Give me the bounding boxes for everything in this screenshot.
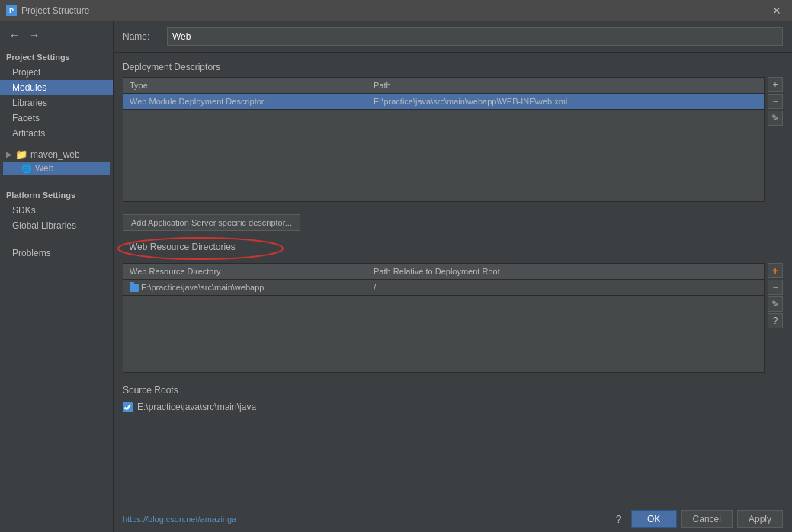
wr-remove-button[interactable]: −	[768, 280, 783, 295]
sidebar-nav: ← →	[0, 24, 113, 46]
table-row[interactable]: Web Module Deployment Descriptor E:\prac…	[123, 94, 764, 110]
web-resource-table-header: Web Resource Directory Path Relative to …	[123, 264, 764, 280]
panel-content: Deployment Descriptors Type Path Web Mod…	[114, 53, 792, 505]
deployment-table: Type Path Web Module Deployment Descript…	[123, 77, 765, 202]
sidebar-item-problems[interactable]: Problems	[0, 245, 113, 261]
wrd-cell: E:\practice\java\src\main\webapp	[123, 280, 367, 295]
web-icon: 🌐	[21, 164, 32, 174]
sidebar-item-artifacts[interactable]: Artifacts	[0, 126, 113, 141]
prdr-column-header: Path Relative to Deployment Root	[367, 264, 764, 279]
wrd-column-header: Web Resource Directory	[123, 264, 367, 279]
web-resource-table: Web Resource Directory Path Relative to …	[123, 263, 765, 373]
deployment-remove-button[interactable]: −	[768, 94, 783, 109]
web-resource-empty	[123, 296, 764, 372]
path-column-header: Path	[367, 78, 764, 93]
tree-item-web-label: Web	[35, 163, 53, 174]
sidebar-item-project[interactable]: Project	[0, 65, 113, 80]
module-tree: ▶ 📁 maven_web 🌐 Web	[0, 147, 113, 175]
forward-button[interactable]: →	[26, 27, 43, 43]
web-resource-side-buttons: + − ✎ ?	[768, 263, 783, 379]
svg-point-0	[118, 238, 283, 259]
cancel-button[interactable]: Cancel	[681, 510, 733, 528]
wr-add-button[interactable]: +	[768, 263, 783, 278]
name-input[interactable]	[167, 27, 783, 46]
name-row: Name:	[114, 21, 792, 53]
deployment-path-cell: E:\practice\java\src\main\webapp\WEB-INF…	[367, 94, 764, 109]
sidebar-item-global-libraries[interactable]: Global Libraries	[0, 218, 113, 233]
url-bar: https://blog.csdn.net/amazinga	[123, 514, 236, 524]
right-panel: Name: Deployment Descriptors Type Path W…	[114, 21, 792, 532]
back-button[interactable]: ←	[6, 27, 23, 43]
title-bar: P Project Structure ✕	[0, 0, 792, 21]
project-settings-header: Project Settings	[0, 50, 113, 65]
deployment-edit-button[interactable]: ✎	[768, 111, 783, 126]
source-root-checkbox[interactable]	[123, 402, 133, 412]
deployment-add-button[interactable]: +	[768, 77, 783, 92]
ok-button[interactable]: OK	[631, 510, 677, 528]
main-content: ← → Project Settings Project Modules Lib…	[0, 21, 792, 532]
sidebar-item-libraries[interactable]: Libraries	[0, 95, 113, 111]
web-resource-table-section: Web Resource Directory Path Relative to …	[123, 263, 783, 379]
source-root-path: E:\practice\java\src\main\java	[137, 402, 256, 412]
sidebar: ← → Project Settings Project Modules Lib…	[0, 21, 114, 532]
deployment-table-empty	[123, 110, 764, 201]
sidebar-item-sdks[interactable]: SDKs	[0, 203, 113, 218]
help-button[interactable]: ?	[611, 511, 627, 527]
type-column-header: Type	[123, 78, 367, 93]
tree-arrow: ▶	[6, 150, 12, 159]
deployment-table-header: Type Path	[123, 78, 764, 94]
deployment-type-cell: Web Module Deployment Descriptor	[123, 94, 367, 109]
web-resource-label-container: Web Resource Directories	[123, 240, 242, 258]
close-button[interactable]: ✕	[768, 3, 786, 18]
wr-help-button[interactable]: ?	[768, 313, 783, 328]
title-bar-left: P Project Structure	[6, 5, 89, 16]
prdr-cell: /	[367, 280, 764, 295]
source-roots-title: Source Roots	[123, 385, 783, 396]
highlight-ellipse	[117, 236, 284, 261]
deployment-table-section: Type Path Web Module Deployment Descript…	[123, 77, 783, 208]
add-descriptor-button[interactable]: Add Application Server specific descript…	[123, 214, 300, 231]
name-label: Name:	[123, 31, 161, 42]
sidebar-item-facets[interactable]: Facets	[0, 111, 113, 126]
apply-button[interactable]: Apply	[737, 510, 783, 528]
window-title: Project Structure	[21, 5, 89, 16]
app-icon: P	[6, 5, 17, 16]
tree-item-label: maven_web	[30, 149, 80, 160]
bottom-area: https://blog.csdn.net/amazinga ? OK Canc…	[114, 505, 792, 532]
button-group: ? OK Cancel Apply	[611, 510, 783, 528]
project-structure-window: P Project Structure ✕ ← → Project Settin…	[0, 0, 792, 532]
web-resource-section: Web Resource Directories Web Resource Di…	[123, 240, 783, 379]
web-resource-row[interactable]: E:\practice\java\src\main\webapp /	[123, 280, 764, 296]
platform-settings-header: Platform Settings	[0, 187, 113, 203]
wr-edit-button[interactable]: ✎	[768, 296, 783, 312]
tree-item-maven-web[interactable]: ▶ 📁 maven_web	[3, 147, 110, 162]
tree-item-web[interactable]: 🌐 Web	[3, 162, 110, 175]
folder-icon: 📁	[15, 149, 27, 160]
deployment-side-buttons: + − ✎	[768, 77, 783, 208]
source-roots-section: Source Roots E:\practice\java\src\main\j…	[123, 385, 783, 414]
sidebar-item-modules[interactable]: Modules	[0, 80, 113, 95]
folder-icon	[130, 284, 139, 292]
source-root-row: E:\practice\java\src\main\java	[123, 400, 783, 414]
deployment-descriptors-title: Deployment Descriptors	[123, 62, 783, 72]
